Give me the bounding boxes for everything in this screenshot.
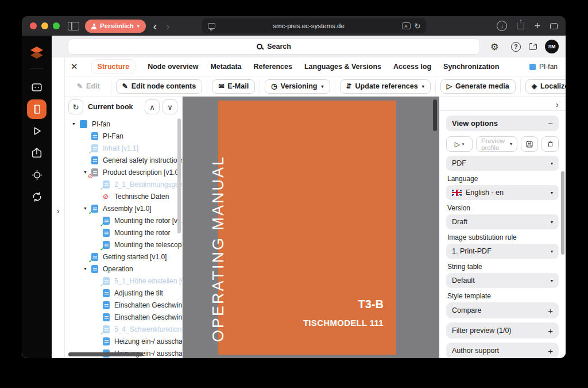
tree-item-label: Adjusting the tilt: [114, 289, 163, 297]
rail-localize-button[interactable]: [27, 165, 47, 185]
toolbar-button-icon: ✉: [218, 83, 224, 90]
tree-horizontal-scrollbar[interactable]: [68, 352, 143, 356]
rail-sync-button[interactable]: [27, 187, 47, 206]
page-settings-icon[interactable]: [208, 23, 215, 29]
downloads-icon[interactable]: ↓: [497, 21, 507, 31]
expand-section-icon[interactable]: +: [548, 326, 553, 335]
gear-icon[interactable]: ⚙: [490, 41, 498, 52]
translate-icon[interactable]: A: [402, 22, 411, 29]
tab-item[interactable]: Access log: [393, 60, 431, 74]
tree-item[interactable]: Technische Daten: [65, 190, 182, 202]
tree-item-label: Operation: [103, 265, 133, 273]
field-select[interactable]: Draft ▾: [446, 214, 559, 229]
save-button[interactable]: [521, 136, 538, 152]
tree-item[interactable]: 5_4_Schwenkfunktion ein-aus: [65, 323, 182, 335]
tree-vertical-scrollbar[interactable]: [177, 118, 181, 233]
rail-media-button[interactable]: [27, 78, 47, 97]
back-button[interactable]: ‹: [152, 21, 158, 32]
rail-book-button[interactable]: [27, 99, 47, 119]
expand-section-icon[interactable]: +: [548, 347, 553, 355]
tree-item[interactable]: PI-Fan: [65, 130, 182, 142]
expand-arrow-icon[interactable]: ▼: [72, 122, 80, 126]
toolbar-button[interactable]: ✎ Edit: [71, 79, 106, 94]
tree-item[interactable]: Einschalten Geschwindigkeit ei: [65, 299, 182, 311]
toolbar-button[interactable]: ◈ Localize: [525, 79, 566, 94]
new-tab-icon[interactable]: +: [534, 20, 540, 32]
tree-item[interactable]: ▼ Product description [v1.0]: [65, 166, 182, 178]
toolbar-button[interactable]: ◷ Versioning ▾: [265, 79, 330, 94]
toolbar-button-icon: ⇵: [346, 83, 352, 90]
toolbar-button[interactable]: ▷ Generate media: [440, 79, 516, 94]
tab-item[interactable]: Node overview: [148, 60, 198, 74]
cover-model: T3-B: [358, 298, 384, 311]
collapsed-section[interactable]: Filter preview (1/0) +: [446, 322, 559, 339]
tree-item[interactable]: Einschalten Geschwindigkeit ei: [65, 311, 182, 323]
field-select[interactable]: English - en ▾: [446, 185, 559, 200]
tree-item[interactable]: General safety instructions: [65, 154, 182, 166]
collapse-section-icon[interactable]: −: [548, 119, 553, 128]
zoom-button[interactable]: [53, 22, 60, 29]
toolbar-button-label: E-Mail: [227, 82, 249, 90]
move-up-icon[interactable]: ∧: [145, 99, 160, 114]
tree-item-label: Getting started [v1.0]: [103, 253, 167, 261]
rail-export-button[interactable]: [27, 143, 47, 163]
floppy-icon: [525, 140, 533, 148]
tab-item[interactable]: Languages & Versions: [304, 60, 381, 74]
tab-item[interactable]: Metadata: [210, 60, 241, 74]
field-value: Draft: [452, 218, 467, 226]
expand-section-icon[interactable]: +: [548, 306, 553, 315]
collapsed-section[interactable]: Compare +: [446, 302, 559, 318]
tree-item[interactable]: Heizung ein-/ ausschalten: [65, 335, 182, 347]
address-bar[interactable]: smc-pres.ec-systems.de A ↻: [202, 18, 426, 33]
toolbar-button[interactable]: ⇵ Update references ▾: [340, 79, 431, 94]
toolbar-button[interactable]: ✎ Edit node contents: [116, 79, 203, 94]
tab-item[interactable]: References: [254, 60, 292, 74]
app-rail: [22, 36, 52, 358]
expand-arrow-icon[interactable]: ▼: [83, 267, 91, 271]
profile-button[interactable]: Persönlich ▾: [85, 20, 146, 33]
tree-item[interactable]: 5_1_Höhe einstellen [v1.1]: [65, 275, 182, 287]
tab-overview-icon[interactable]: [550, 23, 558, 29]
tree-item[interactable]: Mounting the telescopic rod an: [65, 239, 182, 251]
close-icon[interactable]: ✕: [71, 62, 78, 72]
tree-item[interactable]: Adjusting the tilt: [65, 287, 182, 299]
delete-button[interactable]: [541, 136, 559, 152]
sidebar-toggle-icon[interactable]: [68, 22, 79, 30]
help-icon[interactable]: ?: [511, 42, 521, 52]
view-options-header[interactable]: View options −: [446, 116, 559, 131]
collapse-panel-icon[interactable]: ›: [556, 99, 559, 109]
share-icon[interactable]: [517, 22, 524, 29]
forward-button[interactable]: ›: [164, 21, 171, 32]
tree-item[interactable]: Mounting the rotor [v1.0]: [65, 214, 182, 226]
avatar[interactable]: SM: [545, 40, 559, 53]
collapsed-section[interactable]: Author support +: [446, 343, 559, 358]
run-preview-button[interactable]: ▷ ▾: [446, 136, 473, 152]
rail-play-button[interactable]: [27, 121, 47, 141]
tree-item[interactable]: ▼ Operation: [65, 263, 182, 275]
preview-profile-select[interactable]: Preview profile ▾: [476, 136, 517, 152]
search-input[interactable]: Search: [68, 39, 480, 55]
tree-item[interactable]: Inhalt [v1.1]: [65, 142, 182, 154]
minimize-button[interactable]: [41, 22, 48, 29]
tree-item[interactable]: ▼ PI-fan: [65, 118, 182, 130]
tree-item[interactable]: Getting started [v1.0]: [65, 251, 182, 263]
tree-item[interactable]: ▼ Assembly [v1.0]: [65, 202, 182, 214]
field-select[interactable]: 1. Print-PDF ▾: [446, 244, 559, 259]
panel-scrollbar[interactable]: [561, 171, 564, 255]
chevron-down-icon: ▾: [322, 84, 324, 89]
field-select[interactable]: Default ▾: [446, 273, 559, 288]
format-select[interactable]: PDF ▾: [446, 156, 559, 171]
reload-icon[interactable]: ↻: [415, 22, 421, 30]
move-down-icon[interactable]: ∨: [163, 99, 177, 114]
tree-item[interactable]: Mounting the rotor: [65, 226, 182, 239]
expand-panel-icon[interactable]: ›: [57, 63, 60, 358]
tab-item[interactable]: Synchronization: [443, 60, 499, 74]
tree-item-label: PI-fan: [92, 120, 110, 128]
close-button[interactable]: [30, 22, 37, 29]
open-window-icon[interactable]: [529, 43, 537, 50]
toolbar-button[interactable]: ✉ E-Mail: [212, 79, 255, 94]
tree-item[interactable]: 2_1_Bestimmungsgemäße Verw: [65, 178, 182, 190]
refresh-icon[interactable]: ↻: [68, 99, 83, 114]
preview-scrollbar[interactable]: [433, 99, 437, 131]
tab-item[interactable]: Structure: [91, 59, 136, 74]
